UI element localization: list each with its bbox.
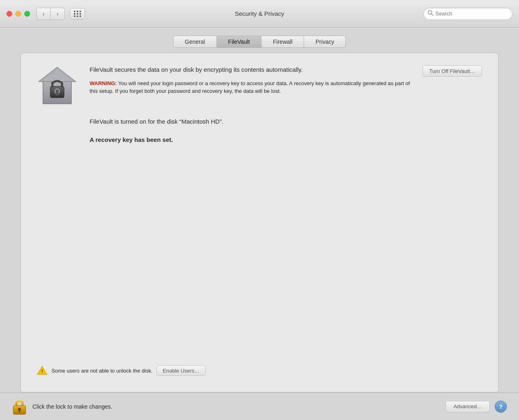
content-panel: FileVault secures the data on your disk …	[20, 53, 499, 392]
warning-text: WARNING: You will need your login passwo…	[90, 79, 410, 95]
top-right: Turn Off FileVault…	[422, 65, 482, 77]
fullscreen-button[interactable]	[24, 11, 30, 17]
svg-line-1	[431, 14, 433, 15]
svg-text:!: !	[41, 368, 43, 374]
window-title: Security & Privacy	[235, 10, 284, 17]
app-grid-button[interactable]	[70, 8, 85, 19]
close-button[interactable]	[6, 11, 12, 17]
tab-privacy[interactable]: Privacy	[304, 36, 345, 47]
warning-body: You will need your login password or a r…	[90, 80, 410, 94]
warning-triangle-icon: !	[37, 366, 47, 375]
panel-description: FileVault secures the data on your disk …	[90, 65, 410, 95]
bottom-warning-row: ! Some users are not able to unlock the …	[37, 365, 482, 380]
back-button[interactable]: ‹	[37, 8, 51, 19]
lock-label-text: Click the lock to make changes.	[32, 403, 112, 410]
warning-label: WARNING:	[90, 80, 117, 86]
recovery-key-status-text: A recovery key has been set.	[90, 136, 482, 143]
minimize-button[interactable]	[15, 11, 21, 17]
svg-marker-3	[39, 67, 75, 81]
lock-area: Click the lock to make changes.	[12, 398, 112, 415]
forward-button[interactable]: ›	[51, 8, 64, 19]
tab-filevault[interactable]: FileVault	[217, 36, 262, 47]
search-box[interactable]	[423, 8, 513, 20]
help-button[interactable]: ?	[495, 401, 507, 413]
unlock-warning-text: Some users are not able to unlock the di…	[51, 368, 152, 374]
traffic-lights	[6, 11, 30, 17]
tab-general[interactable]: General	[174, 36, 217, 47]
svg-point-6	[56, 90, 59, 93]
search-icon	[428, 10, 433, 17]
lock-icon[interactable]	[12, 398, 27, 415]
search-input[interactable]	[435, 11, 508, 17]
advanced-button[interactable]: Advanced…	[446, 401, 490, 412]
enable-users-button[interactable]: Enable Users…	[157, 365, 206, 376]
svg-rect-7	[56, 92, 58, 96]
filevault-icon	[37, 65, 77, 106]
main-content: General FileVault Firewall Privacy	[0, 28, 519, 392]
svg-rect-12	[19, 410, 20, 412]
filevault-status-text: FileVault is turned on for the disk “Mac…	[90, 118, 482, 125]
tab-firewall[interactable]: Firewall	[262, 36, 304, 47]
main-description-text: FileVault secures the data on your disk …	[90, 65, 410, 75]
footer: Click the lock to make changes. Advanced…	[0, 392, 519, 420]
grid-icon	[74, 11, 81, 17]
status-section: FileVault is turned on for the disk “Mac…	[37, 118, 482, 143]
turn-off-filevault-button[interactable]: Turn Off FileVault…	[422, 65, 482, 77]
tab-bar: General FileVault Firewall Privacy	[173, 36, 346, 48]
titlebar: ‹ › Security & Privacy	[0, 0, 519, 28]
nav-buttons: ‹ ›	[36, 8, 65, 20]
panel-top: FileVault secures the data on your disk …	[37, 65, 482, 106]
